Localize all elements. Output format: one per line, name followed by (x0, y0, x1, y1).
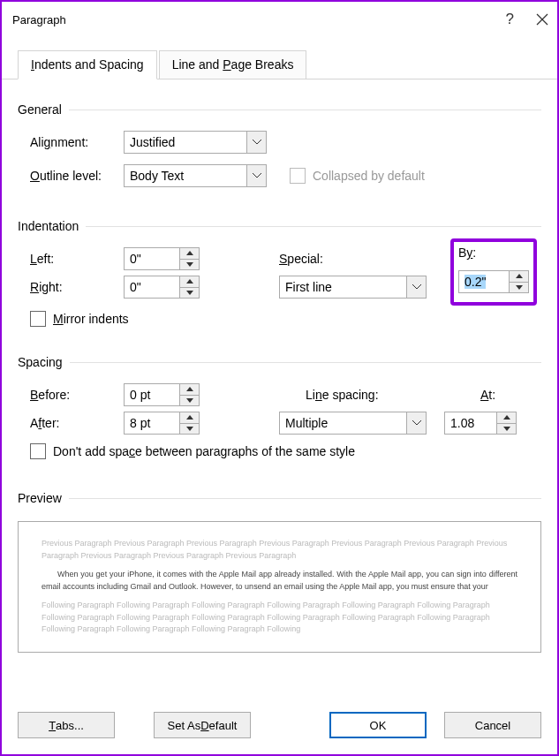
after-spinner[interactable] (124, 412, 200, 435)
left-indent-label: Left: (18, 252, 124, 266)
spinner-down-button[interactable] (180, 423, 200, 435)
before-input[interactable] (124, 383, 180, 406)
spinner-up-button[interactable] (180, 412, 200, 423)
triangle-up-icon (186, 279, 193, 284)
collapsed-checkbox (290, 168, 306, 184)
spinner-down-button[interactable] (180, 287, 200, 299)
chevron-down-icon (253, 173, 261, 178)
special-value[interactable]: First line (279, 276, 407, 299)
dialog-title: Paragraph (12, 13, 506, 26)
spinner-down-button[interactable] (497, 423, 517, 435)
spacing-section: Spacing Before: Line spacing: At: After: (18, 355, 541, 465)
special-combo[interactable]: First line (279, 276, 427, 299)
triangle-up-icon (186, 251, 193, 255)
before-spinner[interactable] (124, 383, 200, 406)
at-spinner[interactable] (444, 412, 517, 435)
after-input[interactable] (124, 412, 180, 435)
dont-add-space-checkbox[interactable] (30, 443, 46, 459)
left-indent-input[interactable] (124, 247, 180, 270)
indentation-section: Indentation Left: Special: Right (18, 219, 541, 332)
chevron-down-icon (412, 284, 421, 290)
line-spacing-value[interactable]: Multiple (279, 412, 407, 435)
by-input[interactable]: 0.2" (458, 270, 510, 293)
outline-level-label: Outline level: (18, 169, 124, 183)
spinner-down-button[interactable] (180, 395, 200, 407)
right-indent-label: Right: (18, 280, 124, 294)
alignment-combo[interactable]: Justified (124, 131, 267, 154)
general-heading: General (18, 102, 69, 117)
left-indent-spinner[interactable] (124, 247, 200, 270)
line-spacing-label: Line spacing: (306, 388, 438, 402)
close-icon (536, 13, 548, 26)
preview-following-text: Following Paragraph Following Paragraph … (42, 600, 517, 636)
general-section: General Alignment: Justified Outline lev… (18, 102, 541, 193)
tab-line-page-breaks[interactable]: Line and Page Breaks (159, 50, 307, 79)
spinner-up-button[interactable] (510, 270, 529, 282)
alignment-dropdown-button[interactable] (247, 131, 267, 154)
collapsed-label: Collapsed by default (313, 169, 425, 183)
preview-box: Previous Paragraph Previous Paragraph Pr… (18, 521, 541, 653)
outline-level-value[interactable]: Body Text (124, 164, 247, 187)
spacing-heading: Spacing (18, 355, 70, 369)
chevron-down-icon (412, 420, 421, 426)
titlebar: Paragraph ? (2, 2, 557, 37)
help-button[interactable]: ? (506, 11, 514, 28)
line-spacing-combo[interactable]: Multiple (279, 412, 427, 435)
content-area: General Alignment: Justified Outline lev… (2, 79, 557, 699)
triangle-down-icon (186, 291, 193, 295)
before-label: Before: (18, 388, 124, 402)
outline-level-combo[interactable]: Body Text (124, 164, 267, 187)
spinner-down-button[interactable] (180, 259, 200, 271)
mirror-indents-label: Mirror indents (53, 312, 129, 326)
chevron-down-icon (253, 140, 261, 145)
ok-button[interactable]: OK (329, 712, 427, 738)
alignment-label: Alignment: (18, 135, 124, 149)
triangle-up-icon (186, 387, 193, 391)
alignment-value[interactable]: Justified (124, 131, 247, 154)
spinner-up-button[interactable] (180, 276, 200, 287)
preview-section: Preview Previous Paragraph Previous Para… (18, 491, 541, 653)
preview-heading: Preview (18, 491, 69, 505)
right-indent-input[interactable] (124, 276, 180, 299)
triangle-up-icon (516, 274, 523, 278)
close-button[interactable] (536, 13, 548, 26)
dont-add-space-label: Don't add space between paragraphs of th… (53, 444, 355, 458)
spinner-up-button[interactable] (180, 383, 200, 395)
by-label: By: (458, 246, 529, 260)
indentation-heading: Indentation (18, 219, 86, 233)
special-dropdown-button[interactable] (407, 276, 427, 299)
triangle-down-icon (503, 427, 510, 431)
spinner-down-button[interactable] (510, 282, 529, 294)
triangle-down-icon (186, 262, 193, 267)
special-label: Special: (279, 252, 367, 266)
preview-sample-text: When you get your iPhone, it comes with … (42, 569, 517, 593)
set-default-button[interactable]: Set As Default (154, 712, 251, 738)
mirror-indents-checkbox[interactable] (30, 311, 46, 327)
at-input[interactable] (444, 412, 497, 435)
tab-strip: Indents and Spacing Line and Page Breaks (2, 37, 557, 79)
tabs-button[interactable]: Tabs... (18, 712, 115, 738)
triangle-up-icon (186, 415, 193, 420)
tab-indents-spacing[interactable]: Indents and Spacing (18, 50, 157, 79)
triangle-down-icon (186, 398, 193, 403)
by-spinner[interactable]: 0.2" (458, 270, 529, 293)
preview-previous-text: Previous Paragraph Previous Paragraph Pr… (42, 538, 517, 562)
cancel-button[interactable]: Cancel (444, 712, 541, 738)
after-label: After: (18, 416, 124, 430)
spinner-up-button[interactable] (497, 412, 517, 423)
triangle-down-icon (516, 285, 523, 290)
at-label: At: (480, 388, 495, 402)
footer: Tabs... Set As Default OK Cancel (2, 699, 557, 754)
paragraph-dialog: Paragraph ? Indents and Spacing Line and… (0, 0, 559, 756)
outline-level-dropdown-button[interactable] (247, 164, 267, 187)
right-indent-spinner[interactable] (124, 276, 200, 299)
triangle-up-icon (503, 415, 510, 420)
line-spacing-dropdown-button[interactable] (407, 412, 427, 435)
spinner-up-button[interactable] (180, 247, 200, 259)
emphasis-highlight: By: 0.2" (450, 238, 537, 306)
triangle-down-icon (186, 427, 193, 431)
